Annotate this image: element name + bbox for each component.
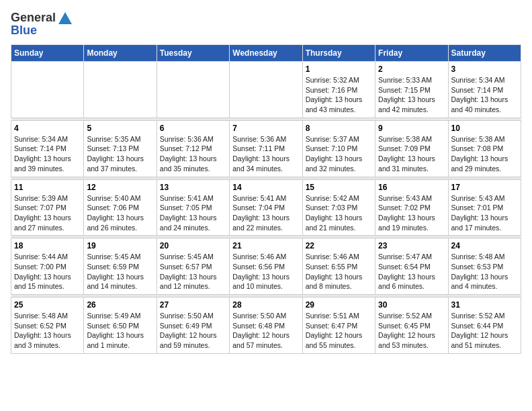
calendar-day-cell: 20Sunrise: 5:45 AM Sunset: 6:57 PM Dayli… (157, 238, 229, 295)
calendar-day-cell: 25Sunrise: 5:48 AM Sunset: 6:52 PM Dayli… (11, 298, 84, 354)
calendar-week-row: 1Sunrise: 5:32 AM Sunset: 7:16 PM Daylig… (11, 62, 521, 118)
day-info: Sunrise: 5:50 AM Sunset: 6:49 PM Dayligh… (160, 311, 226, 351)
calendar-day-cell: 27Sunrise: 5:50 AM Sunset: 6:49 PM Dayli… (157, 298, 229, 354)
day-info: Sunrise: 5:52 AM Sunset: 6:45 PM Dayligh… (378, 311, 445, 351)
column-header-wednesday: Wednesday (230, 45, 302, 62)
day-number: 11 (14, 183, 81, 192)
day-info: Sunrise: 5:36 AM Sunset: 7:11 PM Dayligh… (232, 134, 299, 174)
calendar-day-cell: 22Sunrise: 5:46 AM Sunset: 6:55 PM Dayli… (302, 238, 375, 295)
calendar-day-cell: 7Sunrise: 5:36 AM Sunset: 7:11 PM Daylig… (230, 120, 302, 177)
calendar-day-cell: 5Sunrise: 5:35 AM Sunset: 7:13 PM Daylig… (84, 120, 157, 177)
day-info: Sunrise: 5:38 AM Sunset: 7:09 PM Dayligh… (378, 134, 445, 174)
day-number: 14 (232, 183, 299, 192)
logo-general-text: General (11, 11, 56, 25)
calendar-day-cell: 3Sunrise: 5:34 AM Sunset: 7:14 PM Daylig… (448, 62, 521, 118)
day-number: 30 (378, 300, 445, 310)
calendar-day-cell: 6Sunrise: 5:36 AM Sunset: 7:12 PM Daylig… (157, 120, 229, 177)
day-info: Sunrise: 5:51 AM Sunset: 6:47 PM Dayligh… (306, 311, 372, 351)
day-info: Sunrise: 5:47 AM Sunset: 6:54 PM Dayligh… (378, 252, 445, 291)
day-number: 31 (451, 300, 518, 310)
column-header-saturday: Saturday (448, 45, 521, 62)
calendar-header-row: SundayMondayTuesdayWednesdayThursdayFrid… (11, 45, 521, 62)
calendar-day-cell: 29Sunrise: 5:51 AM Sunset: 6:47 PM Dayli… (302, 298, 375, 354)
day-number: 9 (378, 124, 445, 133)
day-number: 23 (378, 241, 445, 250)
day-info: Sunrise: 5:37 AM Sunset: 7:10 PM Dayligh… (306, 134, 372, 174)
calendar-day-cell: 10Sunrise: 5:38 AM Sunset: 7:08 PM Dayli… (448, 120, 521, 177)
calendar-day-cell: 15Sunrise: 5:42 AM Sunset: 7:03 PM Dayli… (302, 179, 375, 236)
calendar-day-cell: 26Sunrise: 5:49 AM Sunset: 6:50 PM Dayli… (84, 298, 157, 354)
column-header-tuesday: Tuesday (157, 45, 229, 62)
calendar-day-cell: 13Sunrise: 5:41 AM Sunset: 7:05 PM Dayli… (157, 179, 229, 236)
calendar-day-cell (157, 62, 229, 118)
day-number: 28 (232, 300, 299, 310)
day-number: 29 (306, 300, 372, 310)
day-number: 21 (232, 241, 299, 250)
day-info: Sunrise: 5:33 AM Sunset: 7:15 PM Dayligh… (378, 75, 445, 115)
column-header-friday: Friday (375, 45, 448, 62)
day-info: Sunrise: 5:52 AM Sunset: 6:44 PM Dayligh… (451, 311, 518, 351)
calendar-day-cell: 17Sunrise: 5:43 AM Sunset: 7:01 PM Dayli… (448, 179, 521, 236)
day-info: Sunrise: 5:36 AM Sunset: 7:12 PM Dayligh… (160, 134, 226, 174)
day-info: Sunrise: 5:42 AM Sunset: 7:03 PM Dayligh… (306, 193, 372, 233)
day-number: 2 (378, 64, 445, 74)
day-number: 17 (451, 183, 518, 192)
day-number: 26 (87, 300, 153, 310)
calendar-day-cell: 18Sunrise: 5:44 AM Sunset: 7:00 PM Dayli… (11, 238, 84, 295)
day-info: Sunrise: 5:43 AM Sunset: 7:01 PM Dayligh… (451, 193, 518, 233)
calendar-day-cell: 16Sunrise: 5:43 AM Sunset: 7:02 PM Dayli… (375, 179, 448, 236)
day-number: 15 (306, 183, 372, 192)
day-number: 27 (160, 300, 226, 310)
calendar-week-row: 4Sunrise: 5:34 AM Sunset: 7:14 PM Daylig… (11, 120, 521, 177)
day-info: Sunrise: 5:32 AM Sunset: 7:16 PM Dayligh… (306, 75, 372, 115)
day-info: Sunrise: 5:34 AM Sunset: 7:14 PM Dayligh… (14, 134, 81, 174)
column-header-sunday: Sunday (11, 45, 84, 62)
calendar-day-cell: 28Sunrise: 5:50 AM Sunset: 6:48 PM Dayli… (230, 298, 302, 354)
day-info: Sunrise: 5:45 AM Sunset: 6:59 PM Dayligh… (87, 252, 153, 291)
day-number: 1 (306, 64, 372, 74)
calendar-week-row: 25Sunrise: 5:48 AM Sunset: 6:52 PM Dayli… (11, 298, 521, 354)
calendar-day-cell: 19Sunrise: 5:45 AM Sunset: 6:59 PM Dayli… (84, 238, 157, 295)
calendar-day-cell: 2Sunrise: 5:33 AM Sunset: 7:15 PM Daylig… (375, 62, 448, 118)
calendar-day-cell: 4Sunrise: 5:34 AM Sunset: 7:14 PM Daylig… (11, 120, 84, 177)
day-number: 25 (14, 300, 81, 310)
calendar-day-cell: 1Sunrise: 5:32 AM Sunset: 7:16 PM Daylig… (302, 62, 375, 118)
day-number: 10 (451, 124, 518, 133)
day-info: Sunrise: 5:48 AM Sunset: 6:52 PM Dayligh… (14, 311, 81, 351)
calendar-day-cell: 31Sunrise: 5:52 AM Sunset: 6:44 PM Dayli… (448, 298, 521, 354)
day-number: 3 (451, 64, 518, 74)
calendar-table: SundayMondayTuesdayWednesdayThursdayFrid… (11, 44, 521, 354)
calendar-day-cell: 23Sunrise: 5:47 AM Sunset: 6:54 PM Dayli… (375, 238, 448, 295)
day-number: 19 (87, 241, 153, 250)
logo-triangle-icon (58, 12, 72, 24)
day-number: 7 (232, 124, 299, 133)
day-info: Sunrise: 5:35 AM Sunset: 7:13 PM Dayligh… (87, 134, 153, 174)
day-info: Sunrise: 5:41 AM Sunset: 7:04 PM Dayligh… (232, 193, 299, 233)
day-number: 12 (87, 183, 153, 192)
calendar-day-cell (230, 62, 302, 118)
day-info: Sunrise: 5:46 AM Sunset: 6:55 PM Dayligh… (306, 252, 372, 291)
calendar-week-row: 11Sunrise: 5:39 AM Sunset: 7:07 PM Dayli… (11, 179, 521, 236)
day-info: Sunrise: 5:50 AM Sunset: 6:48 PM Dayligh… (232, 311, 299, 351)
column-header-monday: Monday (84, 45, 157, 62)
day-info: Sunrise: 5:45 AM Sunset: 6:57 PM Dayligh… (160, 252, 226, 291)
day-number: 20 (160, 241, 226, 250)
day-number: 22 (306, 241, 372, 250)
day-info: Sunrise: 5:46 AM Sunset: 6:56 PM Dayligh… (232, 252, 299, 291)
day-info: Sunrise: 5:41 AM Sunset: 7:05 PM Dayligh… (160, 193, 226, 233)
page-header: General Blue (11, 11, 521, 38)
calendar-day-cell: 14Sunrise: 5:41 AM Sunset: 7:04 PM Dayli… (230, 179, 302, 236)
day-info: Sunrise: 5:39 AM Sunset: 7:07 PM Dayligh… (14, 193, 81, 233)
day-number: 5 (87, 124, 153, 133)
logo-blue-text: Blue (11, 24, 37, 38)
day-number: 24 (451, 241, 518, 250)
day-number: 16 (378, 183, 445, 192)
calendar-day-cell: 21Sunrise: 5:46 AM Sunset: 6:56 PM Dayli… (230, 238, 302, 295)
day-info: Sunrise: 5:40 AM Sunset: 7:06 PM Dayligh… (87, 193, 153, 233)
day-info: Sunrise: 5:48 AM Sunset: 6:53 PM Dayligh… (451, 252, 518, 291)
column-header-thursday: Thursday (302, 45, 375, 62)
day-info: Sunrise: 5:34 AM Sunset: 7:14 PM Dayligh… (451, 75, 518, 115)
calendar-week-row: 18Sunrise: 5:44 AM Sunset: 7:00 PM Dayli… (11, 238, 521, 295)
day-info: Sunrise: 5:38 AM Sunset: 7:08 PM Dayligh… (451, 134, 518, 174)
day-number: 4 (14, 124, 81, 133)
